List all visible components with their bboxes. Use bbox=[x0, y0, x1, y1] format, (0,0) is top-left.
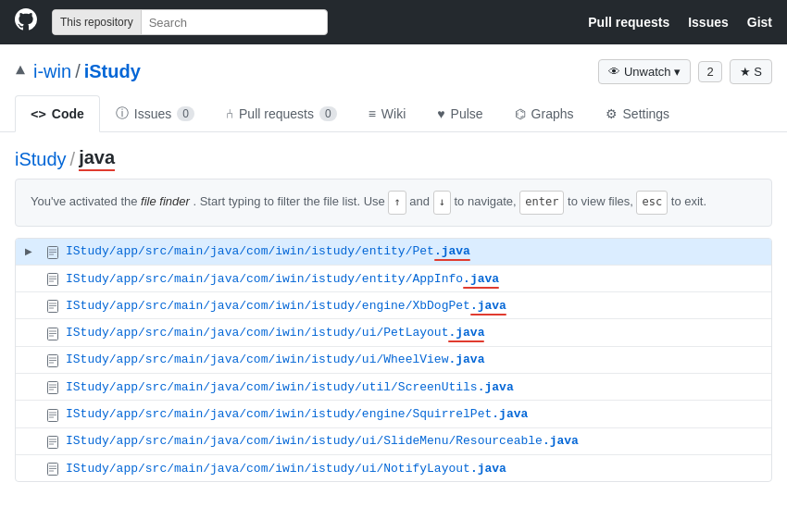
table-row[interactable]: IStudy/app/src/main/java/com/iwin/istudy… bbox=[16, 319, 771, 346]
eye-icon: 👁 bbox=[608, 65, 620, 79]
key-esc: esc bbox=[636, 191, 668, 215]
table-row[interactable]: IStudy/app/src/main/java/com/iwin/istudy… bbox=[16, 401, 771, 427]
table-row[interactable]: IStudy/app/src/main/java/com/iwin/istudy… bbox=[16, 347, 771, 374]
issues-count-badge: 0 bbox=[177, 106, 194, 121]
tab-issues[interactable]: ⓘ Issues 0 bbox=[100, 95, 210, 132]
code-icon: <> bbox=[31, 106, 46, 121]
finder-text-after: . Start typing to filter the file list. … bbox=[193, 194, 388, 208]
breadcrumb-owner-link[interactable]: iStudy bbox=[15, 149, 67, 170]
table-row[interactable]: ▶ IStudy/app/src/main/java/com/iwin/istu… bbox=[16, 239, 771, 266]
file-finder-notice: You've activated the file finder . Start… bbox=[15, 179, 772, 227]
breadcrumb: iStudy / java bbox=[15, 147, 772, 171]
file-path-link[interactable]: IStudy/app/src/main/java/com/iwin/istudy… bbox=[66, 353, 484, 366]
svg-rect-16 bbox=[48, 355, 58, 367]
file-icon bbox=[47, 271, 58, 286]
svg-rect-28 bbox=[48, 436, 58, 448]
key-enter: enter bbox=[519, 191, 564, 215]
gist-link[interactable]: Gist bbox=[747, 15, 772, 30]
file-path-link[interactable]: IStudy/app/src/main/java/com/iwin/istudy… bbox=[66, 380, 514, 394]
svg-rect-20 bbox=[48, 382, 58, 394]
search-scope-button[interactable]: This repository bbox=[53, 10, 142, 34]
svg-rect-8 bbox=[48, 301, 58, 313]
tab-pulse[interactable]: ♥ Pulse bbox=[421, 95, 498, 132]
repo-slash: / bbox=[75, 61, 81, 82]
finder-text-and: and bbox=[409, 194, 432, 208]
file-path-link[interactable]: IStudy/app/src/main/java/com/iwin/istudy… bbox=[66, 434, 579, 448]
watch-caret-icon: ▾ bbox=[674, 65, 681, 79]
pull-requests-link[interactable]: Pull requests bbox=[588, 15, 669, 30]
github-logo-icon[interactable] bbox=[15, 8, 37, 36]
file-icon bbox=[47, 298, 58, 313]
search-input[interactable] bbox=[142, 16, 327, 30]
table-row[interactable]: IStudy/app/src/main/java/com/iwin/istudy… bbox=[16, 266, 771, 292]
file-icon bbox=[47, 406, 58, 421]
file-path-link[interactable]: IStudy/app/src/main/java/com/iwin/istudy… bbox=[66, 244, 470, 258]
pr-count-badge: 0 bbox=[319, 106, 337, 121]
top-nav-links: Pull requests Issues Gist bbox=[588, 15, 772, 30]
svg-rect-24 bbox=[48, 409, 58, 421]
file-icon bbox=[47, 244, 58, 259]
tab-graphs[interactable]: ⌬ Graphs bbox=[499, 95, 590, 132]
graphs-icon: ⌬ bbox=[515, 106, 526, 121]
star-button[interactable]: ★ S bbox=[730, 59, 772, 84]
file-path-link[interactable]: IStudy/app/src/main/java/com/iwin/istudy… bbox=[66, 462, 506, 476]
top-navigation: This repository Pull requests Issues Gis… bbox=[0, 0, 787, 44]
watch-count: 2 bbox=[698, 61, 721, 82]
breadcrumb-separator: / bbox=[70, 149, 76, 170]
pullrequest-icon: ⑃ bbox=[226, 106, 233, 121]
file-icon bbox=[47, 325, 58, 340]
expand-icon: ▶ bbox=[25, 246, 40, 256]
table-row[interactable]: IStudy/app/src/main/java/com/iwin/istudy… bbox=[16, 455, 771, 481]
wiki-icon: ≡ bbox=[369, 106, 376, 121]
settings-icon: ⚙ bbox=[606, 106, 618, 121]
tab-wiki[interactable]: ≡ Wiki bbox=[353, 95, 422, 132]
search-bar: This repository bbox=[52, 9, 328, 35]
finder-text-before: You've activated the bbox=[31, 194, 141, 208]
file-path-link[interactable]: IStudy/app/src/main/java/com/iwin/istudy… bbox=[66, 272, 499, 286]
issues-link[interactable]: Issues bbox=[688, 15, 729, 30]
svg-rect-12 bbox=[48, 328, 58, 340]
file-list: ▶ IStudy/app/src/main/java/com/iwin/istu… bbox=[15, 238, 772, 483]
tab-settings[interactable]: ⚙ Settings bbox=[590, 95, 686, 132]
table-row[interactable]: IStudy/app/src/main/java/com/iwin/istudy… bbox=[16, 374, 771, 401]
repo-header: i-win / iStudy 👁 Unwatch ▾ 2 ★ S bbox=[0, 44, 787, 84]
finder-text-view: to view files, bbox=[568, 194, 636, 208]
file-icon bbox=[47, 353, 58, 367]
key-down: ↓ bbox=[433, 191, 451, 215]
key-up: ↑ bbox=[388, 191, 406, 215]
pulse-icon: ♥ bbox=[437, 106, 444, 121]
file-path-link[interactable]: IStudy/app/src/main/java/com/iwin/istudy… bbox=[66, 299, 506, 313]
svg-rect-32 bbox=[48, 464, 58, 476]
repo-name-link[interactable]: iStudy bbox=[84, 61, 141, 82]
finder-em: file finder bbox=[141, 194, 190, 208]
tab-code[interactable]: <> Code bbox=[15, 95, 100, 132]
svg-rect-0 bbox=[48, 246, 58, 258]
table-row[interactable]: IStudy/app/src/main/java/com/iwin/istudy… bbox=[16, 292, 771, 319]
unwatch-button[interactable]: 👁 Unwatch ▾ bbox=[598, 59, 692, 84]
repo-actions: 👁 Unwatch ▾ 2 ★ S bbox=[598, 59, 772, 84]
tabs-bar: <> Code ⓘ Issues 0 ⑃ Pull requests 0 ≡ W… bbox=[0, 95, 787, 132]
table-row[interactable]: IStudy/app/src/main/java/com/iwin/istudy… bbox=[16, 428, 771, 455]
file-icon bbox=[47, 379, 58, 394]
breadcrumb-area: iStudy / java bbox=[0, 132, 787, 179]
breadcrumb-current-link[interactable]: java bbox=[79, 147, 115, 171]
repo-owner-link[interactable]: i-win bbox=[33, 61, 71, 82]
file-icon bbox=[47, 461, 58, 476]
finder-text-navigate: to navigate, bbox=[454, 194, 519, 208]
file-icon bbox=[47, 434, 58, 449]
tab-pull-requests[interactable]: ⑃ Pull requests 0 bbox=[210, 95, 353, 132]
issues-icon: ⓘ bbox=[116, 105, 129, 122]
file-path-link[interactable]: IStudy/app/src/main/java/com/iwin/istudy… bbox=[66, 407, 528, 421]
finder-text-exit: to exit. bbox=[671, 194, 706, 208]
svg-rect-4 bbox=[48, 274, 58, 286]
file-path-link[interactable]: IStudy/app/src/main/java/com/iwin/istudy… bbox=[66, 326, 484, 340]
repo-title: i-win / iStudy bbox=[15, 61, 141, 82]
